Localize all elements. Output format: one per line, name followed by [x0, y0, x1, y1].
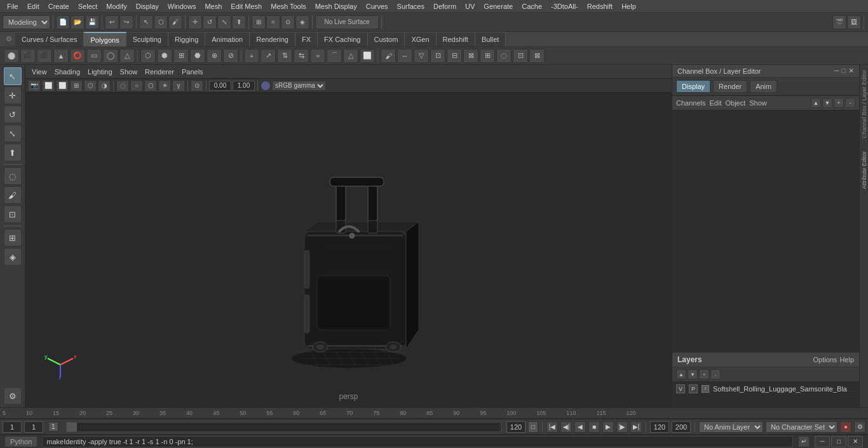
settings-icon[interactable]: ⚙	[3, 33, 15, 46]
crease-btn[interactable]: ⌒	[327, 49, 342, 63]
display-tab[interactable]: Display	[676, 80, 710, 93]
timeline-range-bar[interactable]	[66, 422, 501, 432]
edit-subtab[interactable]: Edit	[709, 99, 721, 107]
shading-btn[interactable]: ◑	[98, 80, 111, 92]
layer-remove-btn[interactable]: -	[845, 98, 855, 108]
vp-renderer-menu[interactable]: Renderer	[142, 68, 177, 76]
layer-down-btn[interactable]: ▼	[822, 98, 832, 108]
boolean-btn[interactable]: ⊗	[207, 49, 222, 63]
menu-deform[interactable]: Deform	[429, 1, 461, 11]
paint-effects-left[interactable]: 🖌	[4, 186, 22, 204]
anim-layer-select[interactable]: No Anim Layer	[699, 421, 763, 433]
save-file-btn[interactable]: 💾	[85, 15, 99, 29]
frame-start-input[interactable]	[3, 421, 22, 433]
undo-btn[interactable]: ↩	[105, 15, 119, 29]
vp-lighting-menu[interactable]: Lighting	[85, 68, 115, 76]
stop-btn[interactable]: ■	[588, 421, 600, 433]
menu-surfaces[interactable]: Surfaces	[393, 1, 429, 11]
merge-btn[interactable]: ⇆	[294, 49, 309, 63]
move-tool-btn[interactable]: ✛	[188, 15, 202, 29]
soft-select-left[interactable]: ◌	[4, 167, 22, 185]
append-poly-btn[interactable]: +	[244, 49, 259, 63]
xray-btn[interactable]: ◌	[116, 80, 129, 92]
panel-minimize-btn[interactable]: ─	[834, 67, 839, 75]
show-subtab[interactable]: Show	[749, 99, 767, 107]
select-mask-btn[interactable]: ⬡	[144, 80, 157, 92]
pyramid-icon-btn[interactable]: △	[119, 49, 135, 63]
anim-end-input[interactable]	[650, 421, 669, 433]
tab-polygons[interactable]: Polygons	[84, 32, 126, 46]
vp-shading-menu[interactable]: Shading	[52, 68, 83, 76]
play-back-btn[interactable]: ◀	[574, 421, 586, 433]
layer-type-icon[interactable]: /	[702, 385, 709, 393]
python-mode-label[interactable]: Python	[5, 437, 37, 447]
menu-edit-mesh[interactable]: Edit Mesh	[226, 1, 266, 11]
play-forward-btn[interactable]: ▶	[602, 421, 614, 433]
snap-point-btn[interactable]: ⊙	[281, 15, 295, 29]
attribute-editor-strip-label[interactable]: Attribute Editor	[861, 151, 867, 189]
gamma-value-input[interactable]	[233, 81, 255, 91]
live-surface-btn[interactable]: No Live Surface	[315, 15, 379, 29]
soften-btn[interactable]: ≈	[310, 49, 325, 63]
tab-fx-caching[interactable]: FX Caching	[318, 32, 367, 46]
tab-bullet[interactable]: Bullet	[475, 32, 506, 46]
timeline[interactable]: 5 10 15 20 25 30 35 40 45 50 55 60 65 70…	[0, 407, 868, 419]
menu-select[interactable]: Select	[74, 1, 102, 11]
universal-manip-btn[interactable]: ⬆	[232, 15, 246, 29]
mirror2-btn[interactable]: ⊠	[529, 49, 545, 63]
quad-draw-btn[interactable]: ⬜	[360, 49, 375, 63]
snap-surface-btn[interactable]: ◈	[295, 15, 309, 29]
menu-display[interactable]: Display	[132, 1, 163, 11]
menu-file[interactable]: File	[3, 1, 23, 11]
bridge-btn[interactable]: ⬢	[157, 49, 172, 63]
command-input[interactable]	[42, 436, 793, 447]
tab-curves-surfaces[interactable]: Curves / Surfaces	[15, 32, 84, 46]
step-forward-btn[interactable]: |▶	[616, 421, 628, 433]
go-to-start-btn[interactable]: |◀	[546, 421, 558, 433]
exposure-value-input[interactable]	[209, 81, 231, 91]
mirror-btn[interactable]: ⊞	[480, 49, 495, 63]
menu-mesh[interactable]: Mesh	[200, 1, 226, 11]
layer-new2-btn[interactable]: ▼	[688, 369, 698, 379]
hud-btn[interactable]: ⊙	[191, 80, 203, 92]
go-to-end-btn[interactable]: ▶|	[630, 421, 642, 433]
extract-btn[interactable]: ↗	[261, 49, 276, 63]
menu-edit[interactable]: Edit	[23, 1, 44, 11]
menu-mesh-display[interactable]: Mesh Display	[311, 1, 362, 11]
vp-view-menu[interactable]: View	[29, 68, 50, 76]
mirror-cut-btn[interactable]: ⊠	[463, 49, 478, 63]
select-tool-left[interactable]: ↖	[4, 67, 22, 85]
combine-btn[interactable]: ⊞	[173, 49, 189, 63]
extrude-btn[interactable]: ⬡	[140, 49, 156, 63]
menu-3dtooall[interactable]: -3DtoAll-	[546, 1, 583, 11]
paint-btn[interactable]: 🖌	[381, 49, 396, 63]
channels-subtab[interactable]: Channels	[676, 99, 705, 107]
frame-end-range-input[interactable]	[506, 421, 526, 433]
ipr-btn[interactable]: 🖼	[847, 15, 861, 29]
redo-btn[interactable]: ↪	[119, 15, 133, 29]
separate-btn[interactable]: ⇅	[277, 49, 292, 63]
vp-show-menu[interactable]: Show	[118, 68, 140, 76]
gamma-btn[interactable]: γ	[172, 80, 185, 92]
close-window-btn[interactable]: ✕	[848, 436, 863, 447]
channel-box-strip-label[interactable]: Channel Box / Layer Editor	[861, 70, 867, 139]
menu-cache[interactable]: Cache	[517, 1, 546, 11]
uv-unfold-btn[interactable]: ⊟	[447, 49, 462, 63]
layers-help[interactable]: Help	[839, 356, 854, 363]
color-mgmt-btn[interactable]	[261, 81, 271, 91]
new-file-btn[interactable]: 📄	[56, 15, 70, 29]
layer-new3-btn[interactable]: +	[699, 369, 709, 379]
layer-new-btn[interactable]: ▲	[676, 369, 686, 379]
object-subtab[interactable]: Object	[725, 99, 745, 107]
tab-xgen[interactable]: XGen	[405, 32, 436, 46]
menu-curves[interactable]: Curves	[362, 1, 393, 11]
menu-windows[interactable]: Windows	[163, 1, 201, 11]
layer-v-toggle[interactable]: V	[676, 384, 685, 393]
snap-q-left[interactable]: ⊞	[4, 229, 22, 247]
rotate-tool-left[interactable]: ↺	[4, 105, 22, 123]
torus-icon-btn[interactable]: ⭕	[70, 49, 85, 63]
auto-key-btn[interactable]: ●	[840, 421, 851, 433]
menu-uv[interactable]: UV	[461, 1, 479, 11]
hotkey-editor-left[interactable]: ⚙	[4, 387, 22, 405]
layer-p-toggle[interactable]: P	[689, 384, 698, 393]
